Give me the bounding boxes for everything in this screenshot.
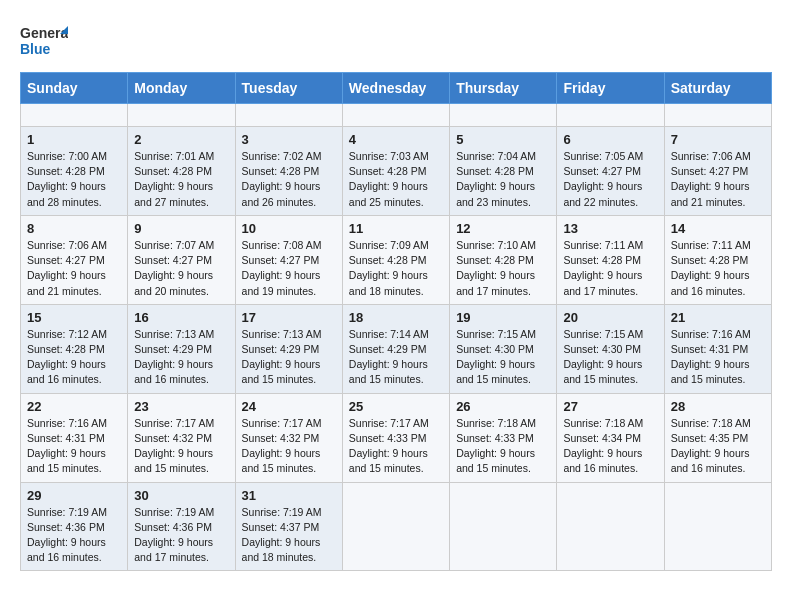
calendar-day-cell: 29Sunrise: 7:19 AMSunset: 4:36 PMDayligh… xyxy=(21,482,128,571)
day-info: Sunrise: 7:17 AMSunset: 4:32 PMDaylight:… xyxy=(242,416,336,477)
day-info: Sunrise: 7:08 AMSunset: 4:27 PMDaylight:… xyxy=(242,238,336,299)
calendar-day-cell: 2Sunrise: 7:01 AMSunset: 4:28 PMDaylight… xyxy=(128,127,235,216)
calendar-day-cell xyxy=(450,104,557,127)
day-number: 17 xyxy=(242,310,336,325)
day-info: Sunrise: 7:15 AMSunset: 4:30 PMDaylight:… xyxy=(456,327,550,388)
calendar-day-cell: 24Sunrise: 7:17 AMSunset: 4:32 PMDayligh… xyxy=(235,393,342,482)
calendar-day-cell: 18Sunrise: 7:14 AMSunset: 4:29 PMDayligh… xyxy=(342,304,449,393)
calendar-day-cell: 5Sunrise: 7:04 AMSunset: 4:28 PMDaylight… xyxy=(450,127,557,216)
calendar-week-row: 15Sunrise: 7:12 AMSunset: 4:28 PMDayligh… xyxy=(21,304,772,393)
day-info: Sunrise: 7:19 AMSunset: 4:37 PMDaylight:… xyxy=(242,505,336,566)
svg-text:Blue: Blue xyxy=(20,41,51,57)
day-info: Sunrise: 7:06 AMSunset: 4:27 PMDaylight:… xyxy=(671,149,765,210)
calendar-day-cell: 3Sunrise: 7:02 AMSunset: 4:28 PMDaylight… xyxy=(235,127,342,216)
calendar-day-cell: 26Sunrise: 7:18 AMSunset: 4:33 PMDayligh… xyxy=(450,393,557,482)
day-info: Sunrise: 7:19 AMSunset: 4:36 PMDaylight:… xyxy=(27,505,121,566)
calendar-day-cell: 27Sunrise: 7:18 AMSunset: 4:34 PMDayligh… xyxy=(557,393,664,482)
day-info: Sunrise: 7:02 AMSunset: 4:28 PMDaylight:… xyxy=(242,149,336,210)
calendar-day-cell: 8Sunrise: 7:06 AMSunset: 4:27 PMDaylight… xyxy=(21,215,128,304)
day-info: Sunrise: 7:11 AMSunset: 4:28 PMDaylight:… xyxy=(563,238,657,299)
day-info: Sunrise: 7:13 AMSunset: 4:29 PMDaylight:… xyxy=(242,327,336,388)
day-info: Sunrise: 7:18 AMSunset: 4:35 PMDaylight:… xyxy=(671,416,765,477)
day-number: 24 xyxy=(242,399,336,414)
calendar-day-cell: 16Sunrise: 7:13 AMSunset: 4:29 PMDayligh… xyxy=(128,304,235,393)
calendar-day-cell xyxy=(342,104,449,127)
calendar-day-header: Tuesday xyxy=(235,73,342,104)
day-info: Sunrise: 7:10 AMSunset: 4:28 PMDaylight:… xyxy=(456,238,550,299)
day-number: 9 xyxy=(134,221,228,236)
day-info: Sunrise: 7:14 AMSunset: 4:29 PMDaylight:… xyxy=(349,327,443,388)
calendar-day-cell: 21Sunrise: 7:16 AMSunset: 4:31 PMDayligh… xyxy=(664,304,771,393)
day-number: 31 xyxy=(242,488,336,503)
calendar-week-row: 29Sunrise: 7:19 AMSunset: 4:36 PMDayligh… xyxy=(21,482,772,571)
calendar-day-header: Friday xyxy=(557,73,664,104)
calendar-day-cell: 25Sunrise: 7:17 AMSunset: 4:33 PMDayligh… xyxy=(342,393,449,482)
day-info: Sunrise: 7:00 AMSunset: 4:28 PMDaylight:… xyxy=(27,149,121,210)
logo-icon: General Blue xyxy=(20,16,68,64)
calendar-day-cell: 7Sunrise: 7:06 AMSunset: 4:27 PMDaylight… xyxy=(664,127,771,216)
calendar-day-cell xyxy=(21,104,128,127)
day-number: 6 xyxy=(563,132,657,147)
calendar-day-header: Thursday xyxy=(450,73,557,104)
day-number: 5 xyxy=(456,132,550,147)
calendar-day-cell xyxy=(664,482,771,571)
svg-text:General: General xyxy=(20,25,68,41)
calendar-day-cell xyxy=(557,482,664,571)
day-number: 16 xyxy=(134,310,228,325)
calendar-day-header: Wednesday xyxy=(342,73,449,104)
calendar-day-cell: 11Sunrise: 7:09 AMSunset: 4:28 PMDayligh… xyxy=(342,215,449,304)
day-info: Sunrise: 7:06 AMSunset: 4:27 PMDaylight:… xyxy=(27,238,121,299)
calendar-day-cell xyxy=(128,104,235,127)
day-number: 11 xyxy=(349,221,443,236)
page-header: General Blue xyxy=(20,16,772,64)
calendar-day-cell: 23Sunrise: 7:17 AMSunset: 4:32 PMDayligh… xyxy=(128,393,235,482)
day-info: Sunrise: 7:19 AMSunset: 4:36 PMDaylight:… xyxy=(134,505,228,566)
calendar-day-cell: 4Sunrise: 7:03 AMSunset: 4:28 PMDaylight… xyxy=(342,127,449,216)
day-number: 21 xyxy=(671,310,765,325)
day-number: 7 xyxy=(671,132,765,147)
calendar-day-cell: 9Sunrise: 7:07 AMSunset: 4:27 PMDaylight… xyxy=(128,215,235,304)
calendar-day-cell: 14Sunrise: 7:11 AMSunset: 4:28 PMDayligh… xyxy=(664,215,771,304)
calendar-day-cell xyxy=(450,482,557,571)
calendar-day-cell xyxy=(664,104,771,127)
logo: General Blue xyxy=(20,16,72,64)
calendar-header-row: SundayMondayTuesdayWednesdayThursdayFrid… xyxy=(21,73,772,104)
day-number: 29 xyxy=(27,488,121,503)
day-number: 23 xyxy=(134,399,228,414)
day-number: 12 xyxy=(456,221,550,236)
calendar-day-cell: 1Sunrise: 7:00 AMSunset: 4:28 PMDaylight… xyxy=(21,127,128,216)
calendar-day-cell xyxy=(342,482,449,571)
day-info: Sunrise: 7:18 AMSunset: 4:33 PMDaylight:… xyxy=(456,416,550,477)
calendar-week-row xyxy=(21,104,772,127)
calendar-day-cell: 22Sunrise: 7:16 AMSunset: 4:31 PMDayligh… xyxy=(21,393,128,482)
calendar-day-cell: 15Sunrise: 7:12 AMSunset: 4:28 PMDayligh… xyxy=(21,304,128,393)
calendar-week-row: 8Sunrise: 7:06 AMSunset: 4:27 PMDaylight… xyxy=(21,215,772,304)
day-info: Sunrise: 7:17 AMSunset: 4:33 PMDaylight:… xyxy=(349,416,443,477)
day-number: 18 xyxy=(349,310,443,325)
calendar-day-cell: 28Sunrise: 7:18 AMSunset: 4:35 PMDayligh… xyxy=(664,393,771,482)
day-number: 1 xyxy=(27,132,121,147)
calendar-day-cell: 6Sunrise: 7:05 AMSunset: 4:27 PMDaylight… xyxy=(557,127,664,216)
calendar-day-cell: 31Sunrise: 7:19 AMSunset: 4:37 PMDayligh… xyxy=(235,482,342,571)
day-info: Sunrise: 7:12 AMSunset: 4:28 PMDaylight:… xyxy=(27,327,121,388)
day-number: 3 xyxy=(242,132,336,147)
calendar-day-cell: 20Sunrise: 7:15 AMSunset: 4:30 PMDayligh… xyxy=(557,304,664,393)
day-number: 2 xyxy=(134,132,228,147)
day-number: 15 xyxy=(27,310,121,325)
day-number: 4 xyxy=(349,132,443,147)
day-info: Sunrise: 7:03 AMSunset: 4:28 PMDaylight:… xyxy=(349,149,443,210)
day-number: 20 xyxy=(563,310,657,325)
day-info: Sunrise: 7:07 AMSunset: 4:27 PMDaylight:… xyxy=(134,238,228,299)
day-info: Sunrise: 7:15 AMSunset: 4:30 PMDaylight:… xyxy=(563,327,657,388)
day-info: Sunrise: 7:17 AMSunset: 4:32 PMDaylight:… xyxy=(134,416,228,477)
day-info: Sunrise: 7:01 AMSunset: 4:28 PMDaylight:… xyxy=(134,149,228,210)
day-info: Sunrise: 7:13 AMSunset: 4:29 PMDaylight:… xyxy=(134,327,228,388)
day-info: Sunrise: 7:05 AMSunset: 4:27 PMDaylight:… xyxy=(563,149,657,210)
day-number: 27 xyxy=(563,399,657,414)
calendar-day-cell: 19Sunrise: 7:15 AMSunset: 4:30 PMDayligh… xyxy=(450,304,557,393)
day-number: 30 xyxy=(134,488,228,503)
day-info: Sunrise: 7:16 AMSunset: 4:31 PMDaylight:… xyxy=(671,327,765,388)
calendar-day-header: Sunday xyxy=(21,73,128,104)
calendar-day-header: Monday xyxy=(128,73,235,104)
day-number: 25 xyxy=(349,399,443,414)
